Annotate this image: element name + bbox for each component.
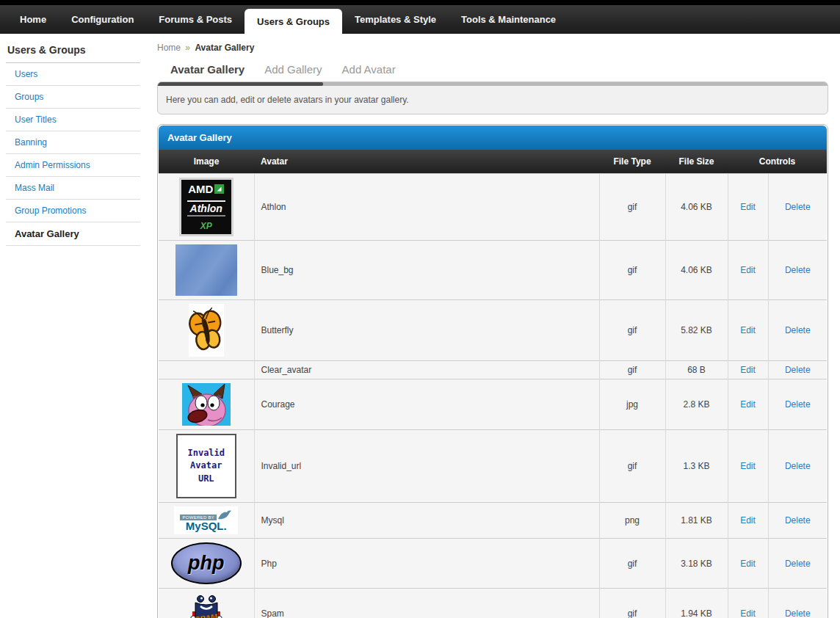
file-type: gif <box>599 241 665 300</box>
nav-tab-home[interactable]: Home <box>7 5 59 34</box>
tab-avatar-gallery[interactable]: Avatar Gallery <box>170 63 245 76</box>
breadcrumb-current: Avatar Gallery <box>195 43 254 53</box>
avatar-name: Courage <box>254 379 599 430</box>
column-header-file-size: File Size <box>665 150 728 174</box>
nav-tab-tools-maintenance[interactable]: Tools & Maintenance <box>449 5 568 34</box>
edit-link[interactable]: Edit <box>740 202 756 212</box>
avatar-image-cell: SPAM <box>159 589 254 618</box>
delete-link[interactable]: Delete <box>785 325 811 335</box>
file-size: 1.3 KB <box>665 430 728 503</box>
delete-link[interactable]: Delete <box>785 365 811 375</box>
avatar-image-cell <box>159 361 254 379</box>
delete-link[interactable]: Delete <box>785 399 811 410</box>
sidebar-items: UsersGroupsUser TitlesBanningAdmin Permi… <box>6 63 145 246</box>
avatar-image-courage <box>182 383 231 426</box>
nav-tab-configuration[interactable]: Configuration <box>59 5 146 34</box>
avatar-image-cell: php <box>159 539 254 589</box>
edit-link[interactable]: Edit <box>740 365 756 375</box>
avatar-image-spam: SPAM <box>189 592 223 618</box>
delete-link[interactable]: Delete <box>785 265 811 275</box>
file-size: 5.82 KB <box>665 300 728 361</box>
column-header-controls: Controls <box>728 150 827 174</box>
avatar-image-cell: AMD Athlon XP <box>159 174 254 241</box>
delete-link[interactable]: Delete <box>785 515 811 526</box>
edit-link[interactable]: Edit <box>740 608 756 618</box>
edit-link[interactable]: Edit <box>740 461 756 471</box>
invalid-url-text: Invalid <box>187 447 225 459</box>
avatar-image-butterfly <box>189 304 224 357</box>
breadcrumb-home-link[interactable]: Home <box>157 43 181 53</box>
delete-link[interactable]: Delete <box>785 559 811 569</box>
delete-link[interactable]: Delete <box>785 608 811 618</box>
avatar-image-cell <box>159 379 254 430</box>
sidebar-title: Users & Groups <box>6 41 140 63</box>
avatar-name: Spam <box>254 589 599 618</box>
sidebar-item-banning[interactable]: Banning <box>6 131 140 154</box>
file-size: 3.18 KB <box>665 539 728 589</box>
top-navigation: HomeConfigurationForums & PostsUsers & G… <box>0 0 840 34</box>
sidebar-item-user-titles[interactable]: User Titles <box>6 109 140 131</box>
edit-link[interactable]: Edit <box>740 559 756 569</box>
avatar-image-cell: POWERED BY MySQL. <box>159 503 254 539</box>
file-size: 1.94 KB <box>665 589 728 618</box>
avatar-name: Blue_bg <box>254 241 599 300</box>
table-row-athlon: AMD Athlon XP Athlon gif 4.06 KB Edit De… <box>159 174 827 241</box>
table-row-invalid-url: Invalid Avatar URL Invalid_url gif 1.3 K… <box>159 430 827 503</box>
avatar-name: Invalid_url <box>254 430 599 503</box>
column-header-image: Image <box>159 150 254 174</box>
info-message: Here you can add, edit or delete avatars… <box>158 86 828 114</box>
butterfly-icon <box>189 304 224 357</box>
table-row-blue-bg: Blue_bg gif 4.06 KB Edit Delete <box>159 241 827 300</box>
sidebar-item-users[interactable]: Users <box>6 63 140 86</box>
edit-link[interactable]: Edit <box>740 515 756 526</box>
sidebar-item-avatar-gallery[interactable]: Avatar Gallery <box>6 222 140 246</box>
athlon-logo-text: Athlon <box>187 200 225 217</box>
edit-link[interactable]: Edit <box>740 265 756 275</box>
delete-link[interactable]: Delete <box>785 202 811 212</box>
avatar-image-mysql: POWERED BY MySQL. <box>174 506 238 534</box>
avatar-name: Butterfly <box>254 300 599 361</box>
sidebar-item-group-promotions[interactable]: Group Promotions <box>6 200 140 222</box>
nav-tab-templates-style[interactable]: Templates & Style <box>342 5 449 34</box>
mysql-brand-text: MySQL. <box>186 520 227 531</box>
tab-add-avatar[interactable]: Add Avatar <box>342 63 396 76</box>
table-row-spam: SPAM Spam gif 1.94 KB Edit Delete <box>159 589 827 618</box>
sidebar-item-groups[interactable]: Groups <box>6 86 140 109</box>
mysql-dolphin-icon <box>217 509 232 520</box>
spam-mascot-icon: SPAM <box>189 592 223 618</box>
file-type: gif <box>599 539 665 589</box>
file-type: gif <box>599 589 665 618</box>
avatar-image-cell <box>159 300 254 361</box>
info-box: Here you can add, edit or delete avatars… <box>157 81 828 114</box>
file-size: 4.06 KB <box>665 241 728 300</box>
tab-add-gallery[interactable]: Add Gallery <box>264 63 322 76</box>
breadcrumb-separator: » <box>183 43 192 53</box>
file-type: gif <box>599 361 665 379</box>
avatar-gallery-table: ImageAvatarFile TypeFile SizeControls AM… <box>159 150 827 618</box>
athlon-xp-text: XP <box>200 221 212 231</box>
avatar-image-invalid-url: Invalid Avatar URL <box>176 434 236 498</box>
table-row-mysql: POWERED BY MySQL. Mysql png 1.81 KB Edit… <box>159 503 827 539</box>
nav-tab-users-groups[interactable]: Users & Groups <box>245 9 342 34</box>
avatar-gallery-panel: Avatar Gallery ImageAvatarFile TypeFile … <box>157 124 828 618</box>
table-row-butterfly: Butterfly gif 5.82 KB Edit Delete <box>159 300 827 361</box>
nav-tab-forums-posts[interactable]: Forums & Posts <box>146 5 245 34</box>
delete-link[interactable]: Delete <box>785 461 811 471</box>
sidebar-item-admin-permissions[interactable]: Admin Permissions <box>6 154 140 177</box>
edit-link[interactable]: Edit <box>740 399 756 410</box>
main-content: Home » Avatar Gallery Avatar GalleryAdd … <box>157 34 828 618</box>
sidebar-item-mass-mail[interactable]: Mass Mail <box>6 177 140 200</box>
avatar-image-athlon: AMD Athlon XP <box>179 178 233 236</box>
amd-arrow-icon <box>214 184 224 194</box>
edit-link[interactable]: Edit <box>740 325 756 335</box>
file-size: 2.8 KB <box>665 379 728 430</box>
amd-logo-text: AMD <box>188 183 224 195</box>
avatar-image-cell: Invalid Avatar URL <box>159 430 254 503</box>
active-tab-underline <box>158 82 323 86</box>
file-size: 1.81 KB <box>665 503 728 539</box>
invalid-url-text: Avatar <box>190 459 222 472</box>
php-brand-text: php <box>188 552 224 575</box>
table-title: Avatar Gallery <box>159 126 827 150</box>
content-tabs: Avatar GalleryAdd GalleryAdd Avatar <box>157 63 828 76</box>
tab-underline <box>158 82 828 86</box>
